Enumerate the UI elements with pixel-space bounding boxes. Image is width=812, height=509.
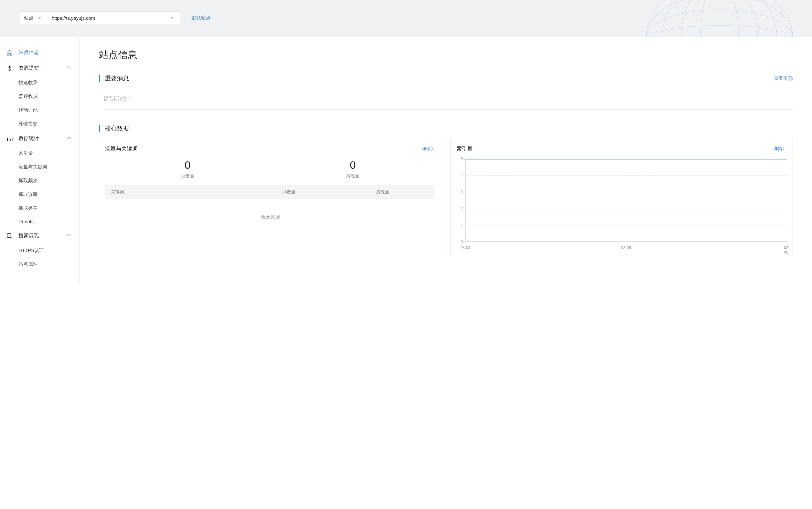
sidebar-item-label: 站点信息 [19, 49, 39, 56]
sidebar-item-site-props[interactable]: 站点属性 [0, 258, 80, 271]
table-header-row: 关键词 点击量 展现量 [105, 185, 435, 199]
chevron-up-icon [67, 136, 71, 141]
chart-y-axis-line [465, 159, 466, 242]
sidebar-item-index-volume[interactable]: 索引量 [0, 146, 80, 160]
chart-grid-line [465, 192, 787, 192]
section-accent-bar [99, 125, 100, 132]
section-accent-bar [99, 75, 100, 82]
metric-clicks: 0 点击量 [105, 159, 270, 179]
sidebar-item-label: 数据统计 [19, 135, 39, 142]
stats-icon [6, 136, 13, 142]
section-header-important-msg: 重要消息 查看全部 [99, 74, 793, 82]
sidebar-item-quick-index[interactable]: 快速收录 [0, 76, 80, 90]
section-title: 核心数据 [105, 124, 129, 133]
important-messages-box: 暂无新消息！ [103, 88, 793, 110]
table-header-keyword: 关键词 [111, 189, 242, 195]
svg-point-16 [9, 69, 10, 70]
sidebar-item-resource-submit[interactable]: 资源提交 [0, 60, 80, 76]
sidebar-item-data-stats[interactable]: 数据统计 [0, 131, 80, 146]
chart-y-tick: 1 [461, 223, 463, 227]
sidebar-item-search-display[interactable]: 搜索展现 [0, 228, 80, 244]
table-empty-text: 暂无数据 [105, 199, 435, 235]
header: 站点 https://ts.yayujs.com 默认站点 [0, 0, 812, 37]
sidebar-item-crawl-error[interactable]: 抓取异常 [0, 201, 80, 215]
site-url-value: https://ts.yayujs.com [52, 15, 95, 21]
metric-impressions: 0 展现量 [270, 159, 436, 179]
svg-point-10 [773, 6, 774, 7]
card-title: 流量与关键词 [105, 145, 137, 152]
chevron-up-icon [67, 66, 71, 70]
chart-plot [465, 159, 787, 242]
sidebar-item-label: 资源提交 [19, 65, 39, 71]
svg-point-1 [646, 0, 793, 37]
metric-value: 0 [105, 159, 270, 171]
svg-point-7 [664, 12, 666, 13]
home-icon [6, 49, 13, 56]
view-all-link[interactable]: 查看全部 [774, 76, 793, 82]
metric-label: 点击量 [105, 173, 270, 179]
table-header-clicks: 点击量 [242, 189, 336, 195]
chart-y-tick: 2 [461, 206, 463, 211]
site-type-label: 站点 [24, 15, 33, 21]
chart-y-tick: 0 [461, 239, 463, 244]
submit-icon [6, 65, 13, 71]
no-messages-text: 暂无新消息！ [103, 96, 132, 101]
chart-grid-line [465, 175, 787, 176]
chevron-up-icon [67, 233, 71, 238]
main-content: 站点信息 重要消息 查看全部 暂无新消息！ 核心数据 流量与关键词 详情》 0 [80, 37, 812, 284]
chart-x-tick: 03-06 [784, 245, 789, 254]
card-index-volume: 索引量 详情》 012345 03-0403-0503-06 [450, 138, 793, 258]
svg-rect-17 [7, 233, 11, 237]
sidebar-item-https-cert[interactable]: HTTPS认证 [0, 244, 80, 258]
chart-y-tick: 3 [461, 190, 463, 194]
default-site-link[interactable]: 默认站点 [191, 15, 211, 21]
sidebar: 站点信息 资源提交 快速收录 普通收录 移动适配 死链提交 数据统计 索引量 流… [0, 37, 80, 284]
chart-grid-line [465, 209, 787, 209]
chart-y-tick: 4 [461, 173, 463, 178]
section-title: 重要消息 [105, 74, 129, 82]
sidebar-item-robots[interactable]: Robots [0, 215, 80, 228]
svg-point-0 [646, 0, 793, 37]
svg-point-4 [662, 0, 777, 37]
caret-down-icon [38, 17, 41, 19]
sidebar-item-crawl-diag[interactable]: 抓取诊断 [0, 188, 80, 201]
svg-point-5 [681, 0, 758, 37]
site-type-select[interactable]: 站点 [19, 11, 46, 24]
chart-y-tick: 5 [461, 157, 463, 161]
site-url-select[interactable]: https://ts.yayujs.com [46, 11, 180, 24]
sidebar-item-crawl-freq[interactable]: 抓取频次 [0, 174, 80, 188]
chart-grid-line [465, 225, 787, 226]
chart-y-axis: 012345 [457, 159, 464, 242]
traffic-detail-link[interactable]: 详情》 [422, 146, 435, 152]
sidebar-item-traffic-keywords[interactable]: 流量与关键词 [0, 160, 80, 174]
sidebar-item-dead-link[interactable]: 死链提交 [0, 117, 80, 131]
chart-x-tick: 03-05 [621, 245, 631, 250]
caret-down-icon [171, 17, 174, 19]
index-chart: 012345 03-0403-0503-06 [457, 159, 787, 251]
page-title: 站点信息 [99, 48, 793, 62]
keyword-table: 关键词 点击量 展现量 暂无数据 [105, 185, 435, 235]
sidebar-item-site-info[interactable]: 站点信息 [0, 45, 80, 60]
section-header-core-data: 核心数据 [99, 124, 793, 133]
svg-point-6 [700, 0, 739, 37]
metric-label: 展现量 [270, 173, 436, 179]
card-traffic-keywords: 流量与关键词 详情》 0 点击量 0 展现量 关键词 [99, 138, 441, 258]
metric-value: 0 [270, 159, 436, 171]
chart-x-axis: 03-0403-0503-06 [465, 244, 787, 251]
svg-point-2 [646, 9, 793, 37]
index-detail-link[interactable]: 详情》 [773, 146, 787, 152]
table-header-impressions: 展现量 [336, 189, 430, 195]
sidebar-item-mobile-adapt[interactable]: 移动适配 [0, 103, 80, 117]
search-icon [6, 233, 13, 239]
svg-point-3 [646, 26, 793, 37]
chart-x-axis-line [465, 241, 787, 242]
decorative-sphere [639, 0, 799, 37]
chart-series-line [465, 159, 787, 160]
sidebar-item-normal-index[interactable]: 普通收录 [0, 90, 80, 103]
chart-x-tick: 03-04 [461, 245, 470, 250]
sidebar-item-label: 搜索展现 [19, 233, 39, 239]
card-title: 索引量 [457, 145, 473, 152]
